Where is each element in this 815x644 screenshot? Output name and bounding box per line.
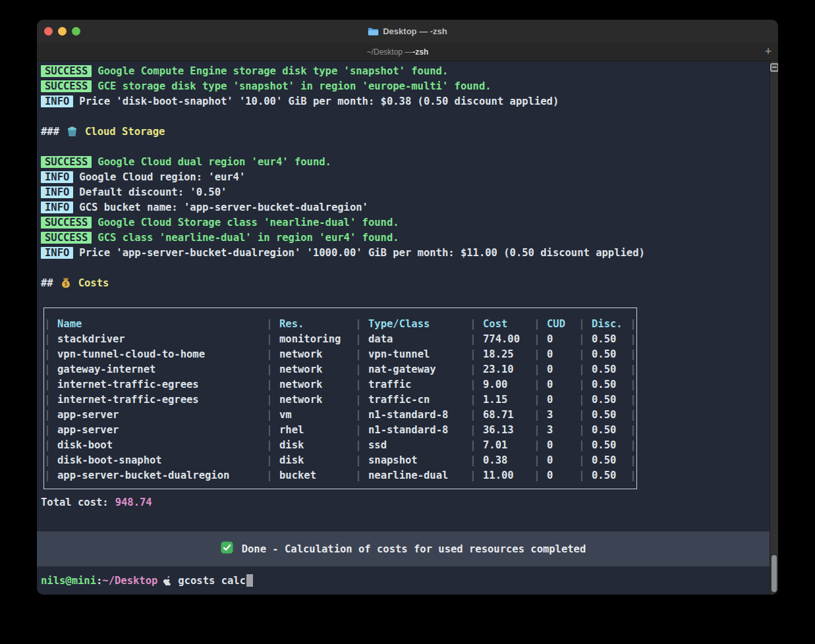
log-line: INFOGoogle Cloud region: 'eur4' [37, 169, 770, 184]
cell-cud: 0 [540, 333, 578, 345]
cell-disc: 0.50 [585, 379, 630, 390]
cell-cud: 0 [540, 470, 578, 481]
terminal-window: Desktop — -zsh ~/Desktop — -zsh + SUCCES… [37, 20, 778, 595]
cell-cud: 0 [540, 439, 578, 451]
cell-name: disk-boot-snaphot [51, 454, 266, 466]
markdown-hashes: ### [41, 126, 59, 138]
cell-type-class: data [362, 333, 470, 345]
scrollbar-thumb[interactable] [772, 555, 777, 592]
blank-line [37, 290, 770, 306]
log-line: SUCCESSGCE storage disk type 'snapshot' … [37, 78, 770, 94]
minimize-button[interactable] [58, 27, 67, 36]
close-button[interactable] [44, 27, 53, 36]
log-line: INFODefault discount: '0.50' [37, 184, 770, 200]
table-row: |gateway-internet|network|nat-gateway|23… [44, 362, 636, 377]
section-title: Cloud Storage [85, 126, 165, 138]
log-text: Google Cloud dual region 'eur4' found. [98, 156, 331, 168]
tab-title-prefix: ~/Desktop — [367, 47, 413, 57]
cell-disc: 0.50 [585, 363, 630, 375]
log-line: SUCCESSGCS class 'nearline-dual' in regi… [37, 230, 770, 245]
column-header-name: Name [51, 318, 266, 330]
table-row: |internet-traffic-egrees|network|traffic… [44, 392, 636, 407]
text-cursor [246, 574, 253, 587]
column-header-type-class: Type/Class [362, 318, 470, 330]
traffic-lights [44, 20, 80, 43]
cell-cost: 7.01 [476, 439, 534, 451]
cell-cud: 3 [540, 409, 578, 421]
shell-prompt[interactable]: nils@mini:~/Desktopgcosts calc [37, 573, 770, 588]
costs-table-rows: |stackdriver|monitoring|data|774.00|0|0.… [44, 331, 636, 483]
log-badge: INFO [41, 186, 73, 198]
new-tab-button[interactable]: + [758, 43, 778, 61]
section-title: Costs [78, 277, 109, 289]
log-badge: INFO [41, 95, 73, 107]
table-row: |internet-traffic-egrees|network|traffic… [44, 377, 636, 392]
total-cost-value: 948.74 [115, 496, 152, 508]
cell-cost: 36.13 [476, 424, 534, 436]
bucket-icon [66, 125, 78, 138]
log-badge: SUCCESS [41, 80, 92, 92]
cell-name: stackdriver [51, 333, 266, 345]
done-banner-text: Done - Calculation of costs for used res… [242, 543, 586, 555]
column-header-cost: Cost [476, 318, 534, 330]
table-row: |app-server|rhel|n1-standard-8|36.13|3|0… [44, 422, 636, 437]
cell-res: disk [273, 439, 355, 451]
log-line: INFOPrice 'app-server-bucket-dualregion'… [37, 245, 770, 260]
cell-cost: 0.38 [476, 454, 534, 466]
table-row: |app-server|vm|n1-standard-8|68.71|3|0.5… [44, 407, 636, 422]
cell-disc: 0.50 [585, 394, 630, 406]
cell-disc: 0.50 [585, 424, 630, 436]
cell-cost: 1.15 [476, 394, 534, 406]
markdown-hashes: ## [41, 277, 53, 289]
cell-type-class: snapshot [362, 454, 470, 466]
log-line: SUCCESSGoogle Cloud Storage class 'nearl… [37, 215, 770, 230]
total-cost-label: Total cost: [41, 496, 109, 508]
cell-res: rhel [273, 424, 355, 436]
tab-bar: ~/Desktop — -zsh + [37, 43, 778, 61]
log-text: GCS class 'nearline-dual' in region 'eur… [98, 232, 399, 244]
log-badge: SUCCESS [41, 65, 92, 77]
log-text: Google Compute Engine storage disk type … [98, 65, 448, 77]
apple-icon [163, 576, 172, 586]
table-row: |disk-boot-snaphot|disk|snapshot|0.38|0|… [44, 452, 636, 468]
zoom-button[interactable] [72, 27, 80, 36]
cell-res: bucket [273, 470, 355, 481]
scrollbar-track[interactable] [770, 61, 778, 595]
prompt-path: ~/Desktop [102, 575, 157, 587]
scroll-marker-icon[interactable] [770, 63, 778, 72]
plus-icon: + [765, 45, 772, 59]
cell-disc: 0.50 [585, 333, 630, 345]
table-row: |vpn-tunnel-cloud-to-home|network|vpn-tu… [44, 346, 636, 362]
cell-cud: 3 [540, 424, 578, 436]
cell-disc: 0.50 [585, 454, 630, 466]
cell-name: internet-traffic-egrees [51, 379, 266, 390]
cell-cud: 0 [540, 363, 578, 375]
column-header-res: Res. [273, 318, 355, 330]
cell-res: monitoring [273, 333, 355, 345]
blank-line [37, 139, 770, 154]
money-bag-icon: $ [60, 277, 72, 289]
section-header-cloud-storage: ### Cloud Storage [37, 124, 770, 139]
window-titlebar[interactable]: Desktop — -zsh [37, 20, 778, 43]
log-badge: INFO [41, 247, 73, 259]
prompt-user-host: nils@mini [41, 575, 96, 587]
cell-name: gateway-internet [51, 363, 266, 375]
log-text: GCE storage disk type 'snapshot' in regi… [98, 80, 491, 92]
cell-res: network [273, 363, 355, 375]
log-text: Price 'disk-boot-snaphot' '10.00' GiB pe… [79, 95, 559, 107]
cell-disc: 0.50 [585, 439, 630, 451]
tab-title-process: -zsh [412, 47, 428, 57]
log-badge: SUCCESS [41, 217, 92, 228]
log-line: SUCCESSGoogle Compute Engine storage dis… [37, 63, 770, 78]
check-mark-icon [221, 541, 233, 556]
terminal-content[interactable]: SUCCESSGoogle Compute Engine storage dis… [37, 61, 770, 595]
cell-name: app-server [51, 424, 266, 436]
log-badge: SUCCESS [41, 156, 92, 168]
total-cost-line: Total cost: 948.74 [37, 495, 770, 510]
cell-cost: 68.71 [476, 409, 534, 421]
cell-name: app-server [51, 409, 266, 421]
log-text: GCS bucket name: 'app-server-bucket-dual… [79, 201, 368, 213]
tab-desktop-zsh[interactable]: ~/Desktop — -zsh [37, 43, 758, 61]
prompt-command: gcosts calc [178, 575, 246, 587]
log-line: INFOPrice 'disk-boot-snaphot' '10.00' Gi… [37, 94, 770, 109]
